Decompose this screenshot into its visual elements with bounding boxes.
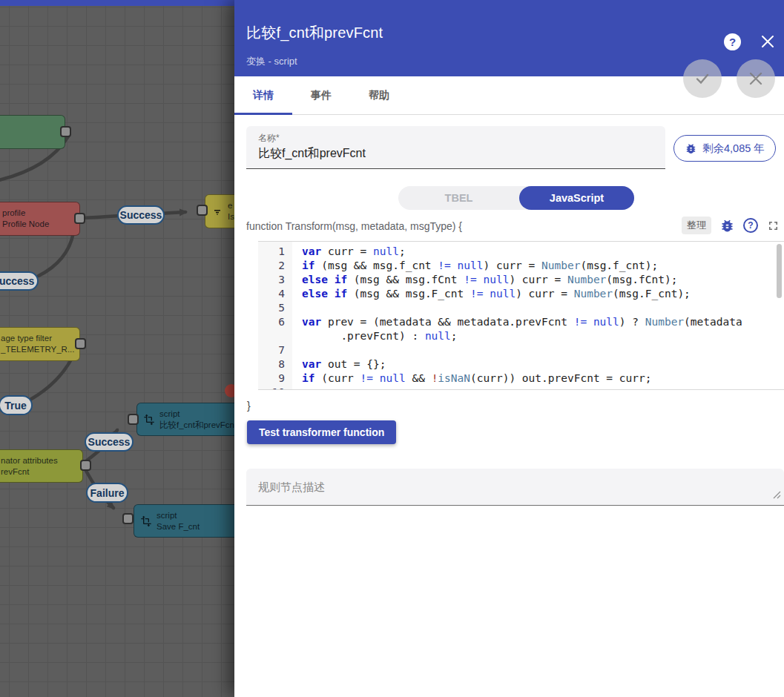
connector-dot[interactable] bbox=[60, 126, 71, 137]
transform-icon bbox=[140, 515, 152, 527]
debug-bug-icon[interactable] bbox=[719, 218, 735, 234]
node-name-label: revFcnt bbox=[1, 466, 58, 478]
connector-dot[interactable] bbox=[122, 513, 134, 524]
description-textarea[interactable]: 规则节点描述 bbox=[246, 469, 784, 506]
script-save-node[interactable]: script Save F_cnt bbox=[134, 504, 245, 538]
script-language-toggle: TBEL JavaScript bbox=[398, 186, 634, 210]
function-signature: function Transform(msg, metadata, msgTyp… bbox=[246, 220, 462, 232]
edge-label-success[interactable]: Success bbox=[117, 205, 165, 225]
node-type-label: nator attributes bbox=[1, 455, 58, 466]
node-name-label: _TELEMETRY_R... bbox=[1, 344, 75, 355]
tab-help[interactable]: 帮助 bbox=[350, 76, 408, 114]
confirm-fab-button[interactable] bbox=[683, 59, 722, 98]
closing-brace: } bbox=[247, 400, 251, 412]
connector-dot[interactable] bbox=[80, 460, 91, 471]
message-type-filter-node[interactable]: age type filter _TELEMETRY_R... bbox=[0, 327, 80, 361]
script-help-icon[interactable]: ? bbox=[743, 218, 758, 233]
name-field[interactable]: 名称* 比较f_cnt和prevFcnt bbox=[246, 126, 665, 169]
node-type-label: script bbox=[159, 409, 237, 420]
edge-label-success[interactable]: Success bbox=[85, 432, 134, 452]
script-compare-node[interactable]: script 比较f_cnt和prevFcnt bbox=[136, 403, 245, 436]
edge-label-true[interactable]: True bbox=[0, 395, 33, 415]
code-editor[interactable]: 1var curr = null;2if (msg && msg.f_cnt !… bbox=[258, 241, 784, 390]
node-name-label: Is bbox=[228, 211, 234, 222]
editor-toolbar: 整理 ? bbox=[682, 217, 780, 234]
test-transformer-button[interactable]: Test transformer function bbox=[247, 420, 396, 444]
close-icon[interactable] bbox=[759, 33, 777, 50]
toggle-option-javascript[interactable]: JavaScript bbox=[519, 186, 634, 210]
cancel-fab-button[interactable] bbox=[737, 59, 775, 98]
originator-attributes-node[interactable]: nator attributes revFcnt bbox=[0, 449, 83, 483]
node-name-label: Save F_cnt bbox=[157, 521, 200, 532]
green-node[interactable] bbox=[0, 115, 65, 149]
node-config-dialog: 比较f_cnt和prevFcnt 变换 - script ? 详情 事件 帮助 … bbox=[234, 0, 784, 697]
connector-dot[interactable] bbox=[74, 213, 85, 224]
transform-icon bbox=[143, 414, 155, 426]
edge-label-success[interactable]: Success bbox=[0, 271, 39, 291]
tidy-button[interactable]: 整理 bbox=[682, 217, 711, 234]
edge-label-failure[interactable]: Failure bbox=[86, 483, 128, 503]
name-field-value: 比较f_cnt和prevFcnt bbox=[258, 146, 366, 162]
node-type-label: profile bbox=[2, 208, 49, 219]
node-name-label: Profile Node bbox=[2, 219, 49, 230]
toggle-option-tbel[interactable]: TBEL bbox=[398, 186, 519, 210]
editor-scrollbar[interactable] bbox=[777, 244, 782, 298]
bug-icon bbox=[685, 142, 697, 155]
fullscreen-icon[interactable] bbox=[766, 219, 780, 233]
edge-profile-down bbox=[39, 233, 73, 276]
tab-details[interactable]: 详情 bbox=[234, 76, 292, 114]
help-icon[interactable]: ? bbox=[724, 33, 741, 50]
connector-dot[interactable] bbox=[128, 414, 139, 425]
tab-events[interactable]: 事件 bbox=[292, 76, 350, 114]
filter-list-icon bbox=[211, 205, 223, 217]
node-name-label: 比较f_cnt和prevFcnt bbox=[159, 420, 237, 431]
debug-remaining-label: 剩余4,085 年 bbox=[702, 142, 765, 156]
resize-handle-icon[interactable] bbox=[773, 489, 781, 502]
node-type-label: age type filter bbox=[1, 333, 75, 344]
debug-remaining-chip[interactable]: 剩余4,085 年 bbox=[673, 135, 776, 162]
dialog-subtitle: 变换 - script bbox=[246, 55, 297, 68]
node-type-label: script bbox=[157, 510, 200, 521]
connector-dot[interactable] bbox=[75, 338, 86, 349]
node-type-label: e bbox=[228, 200, 234, 211]
dialog-title: 比较f_cnt和prevFcnt bbox=[246, 23, 383, 43]
active-tab-underline bbox=[234, 113, 292, 115]
name-field-label: 名称* bbox=[258, 132, 280, 145]
description-placeholder: 规则节点描述 bbox=[258, 480, 325, 495]
connector-dot[interactable] bbox=[197, 205, 208, 216]
device-profile-node[interactable]: profile Profile Node bbox=[0, 202, 80, 236]
code-lines: 1var curr = null;2if (msg && msg.f_cnt !… bbox=[258, 245, 784, 390]
